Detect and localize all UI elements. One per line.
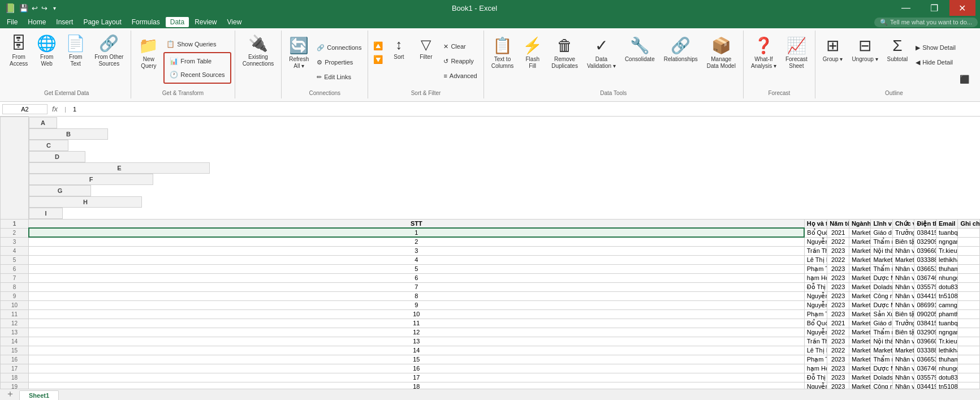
cell-10-5[interactable]: Nhân viên Marketing [892, 300, 914, 309]
recent-sources-button[interactable]: 🕐 Recent Sources [167, 68, 227, 81]
cell-7-6[interactable]: 0367467893 [914, 273, 936, 282]
row-num-6[interactable]: 6 [1, 264, 29, 273]
sort-za-button[interactable]: 🔽 [372, 53, 384, 66]
cell-17-1[interactable]: hạm Hoàng Như Ng... [804, 364, 827, 373]
cell-18-2[interactable]: 2023 [827, 373, 849, 382]
cell-7-7[interactable]: nhungoc08102001@gmail.com [936, 273, 958, 282]
cell-i1[interactable]: Ghi chú [958, 219, 980, 228]
cell-13-6[interactable]: 0329098429 [914, 328, 936, 337]
ungroup-button[interactable]: ⊟ Ungroup ▾ [848, 35, 882, 85]
cell-14-2[interactable]: 2023 [827, 337, 849, 346]
cell-18-6[interactable]: 0355795033 [914, 373, 936, 382]
flash-fill-button[interactable]: ⚡ Flash Fill [519, 35, 546, 85]
minimize-btn[interactable]: — [893, 0, 919, 16]
cell-9-7[interactable]: tn510800@gmail.com [936, 291, 958, 300]
cell-15-7[interactable]: lethikhanhly28@gmail.com [936, 346, 958, 355]
cell-16-7[interactable]: thuhamine@gmail.com [936, 355, 958, 364]
cell-8-2[interactable]: 2023 [827, 282, 849, 291]
row-num-12[interactable]: 12 [1, 319, 29, 328]
cell-4-0[interactable]: 3 [29, 246, 805, 255]
col-header-g[interactable]: G [29, 185, 91, 196]
menu-formulas[interactable]: Formulas [127, 17, 165, 27]
cell-8-7[interactable]: dotu832001@mail.com [936, 282, 958, 291]
row-num-1[interactable]: 1 [1, 219, 29, 228]
cell-12-1[interactable]: Bổ Quốc Tuấn [804, 319, 827, 328]
cell-15-4[interactable]: Marketing Agency [871, 346, 893, 355]
menu-view[interactable]: View [223, 17, 247, 27]
cell-9-8[interactable] [958, 291, 980, 300]
cell-6-5[interactable]: Nhân viên ads facebook [892, 264, 914, 273]
what-if-button[interactable]: ❓ What-If Analysis ▾ [747, 35, 780, 85]
menu-home[interactable]: Home [23, 17, 50, 27]
cell-13-3[interactable]: Marketing [849, 328, 871, 337]
cell-6-2[interactable]: 2023 [827, 264, 849, 273]
cell-19-1[interactable]: Nguyễn Thị Thương [804, 382, 827, 389]
col-header-c[interactable]: C [29, 140, 68, 151]
cell-5-7[interactable]: lethikhanhly28@gmail.com [936, 255, 958, 264]
menu-file[interactable]: File [2, 17, 22, 27]
cell-11-5[interactable]: Biên tập và quản trị kênh Youtube [892, 309, 914, 319]
cell-g1[interactable]: Điện thoại [914, 219, 936, 228]
cell-8-8[interactable] [958, 282, 980, 291]
cell-12-0[interactable]: 11 [29, 319, 805, 328]
cell-4-5[interactable]: Nhân viên Marketing [892, 246, 914, 255]
col-header-d[interactable]: D [29, 151, 85, 162]
cell-15-1[interactable]: Lê Thị Khánh Ly [804, 346, 827, 355]
cell-17-2[interactable]: 2023 [827, 364, 849, 373]
reapply-button[interactable]: ↺ Reapply [441, 54, 480, 68]
cell-14-8[interactable] [958, 337, 980, 346]
cell-5-4[interactable]: Marketing Agency [871, 255, 893, 264]
cell-10-3[interactable]: Marketing [849, 300, 871, 309]
group-button[interactable]: ⊞ Group ▾ [819, 35, 847, 85]
row-num-13[interactable]: 13 [1, 328, 29, 337]
cell-5-8[interactable] [958, 255, 980, 264]
cell-7-0[interactable]: 6 [29, 273, 805, 282]
cell-19-2[interactable]: 2023 [827, 382, 849, 389]
col-header-e[interactable]: E [29, 162, 210, 174]
cell-9-2[interactable]: 2023 [827, 291, 849, 300]
cell-12-3[interactable]: Marketing [849, 319, 871, 328]
cell-3-0[interactable]: 2 [29, 237, 805, 246]
fx-button[interactable]: fx [50, 105, 60, 113]
cell-17-6[interactable]: 0367467893 [914, 364, 936, 373]
cell-8-0[interactable]: 7 [29, 282, 805, 291]
properties-btn[interactable]: ⚙ Properties [314, 55, 364, 69]
cell-12-6[interactable]: 0384158207 [914, 319, 936, 328]
cell-3-8[interactable] [958, 237, 980, 246]
cell-5-5[interactable]: Marketing Leader [892, 255, 914, 264]
cell-6-7[interactable]: thuhamine@gmail.com [936, 264, 958, 273]
col-header-h[interactable]: H [29, 196, 142, 208]
customizeqat[interactable]: ▾ [53, 5, 56, 11]
cell-8-1[interactable]: Đỗ Thị Tú [804, 282, 827, 291]
row-num-7[interactable]: 7 [1, 273, 29, 282]
cell-11-3[interactable]: Marketing [849, 309, 871, 319]
row-num-14[interactable]: 14 [1, 337, 29, 346]
cell-11-2[interactable]: 2023 [827, 309, 849, 319]
advanced-button[interactable]: ≡ Advanced [441, 69, 480, 83]
cell-3-7[interactable]: ngnganha0208@gmail.com [936, 237, 958, 246]
cell-14-1[interactable]: Trần Thị Kiều Trang [804, 337, 827, 346]
cell-19-0[interactable]: 18 [29, 382, 805, 389]
cell-15-2[interactable]: 2022 [827, 346, 849, 355]
cell-7-5[interactable]: Nhân viên Marketing [892, 273, 914, 282]
cell-16-8[interactable] [958, 355, 980, 364]
hide-detail-button[interactable]: ◀ Hide Detail [913, 55, 959, 69]
col-header-f[interactable]: F [29, 174, 153, 185]
cell-2-6[interactable]: 0384158207 [914, 228, 936, 237]
cell-10-2[interactable]: 2023 [827, 300, 849, 309]
sort-button[interactable]: ↕ Sort [386, 35, 411, 85]
search-bar[interactable]: 🔍 Tell me what you want to do... [874, 18, 978, 27]
cell-16-5[interactable]: Nhân viên ads facebook [892, 355, 914, 364]
cell-b1[interactable]: Họ và tên cựu SV [804, 219, 827, 228]
cell-8-4[interactable]: Dolads Agency [871, 282, 893, 291]
cell-6-1[interactable]: Phạm Thị Thu Hà [804, 264, 827, 273]
cell-4-8[interactable] [958, 246, 980, 255]
cell-16-0[interactable]: 15 [29, 355, 805, 364]
cell-6-4[interactable]: Thẩm mỹ [871, 264, 893, 273]
cell-4-1[interactable]: Trần Thị Kiều Trang [804, 246, 827, 255]
cell-2-4[interactable]: Giáo dục / Galaxy Education (Hệ thống GD… [871, 228, 893, 237]
cell-17-4[interactable]: Dược Mỹ Phẩm [871, 364, 893, 373]
cell-13-4[interactable]: Thẩm mỹ [871, 328, 893, 337]
connections-btn[interactable]: 🔗 Connections [314, 41, 364, 54]
cell-11-8[interactable] [958, 309, 980, 319]
